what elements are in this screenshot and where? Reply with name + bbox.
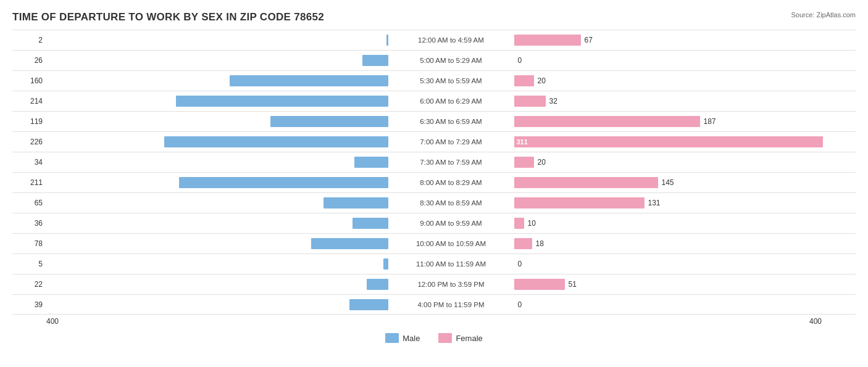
- time-label: 5:30 AM to 5:59 AM: [390, 77, 513, 85]
- bar-male: [311, 238, 388, 249]
- female-value: 187: [700, 117, 734, 126]
- bars-wrapper: 6:30 AM to 6:59 AM 187: [46, 116, 856, 127]
- male-value: 160: [12, 76, 46, 85]
- bar-left-wrap: [46, 96, 390, 107]
- bar-female: [514, 75, 534, 86]
- bar-male: [164, 136, 388, 147]
- bar-male: [230, 75, 388, 86]
- bar-female: [514, 35, 581, 46]
- table-row: 119 6:30 AM to 6:59 AM 187: [12, 111, 856, 131]
- bar-right-wrap: 20: [513, 75, 856, 86]
- table-row: 39 4:00 PM to 11:59 PM 0: [12, 294, 856, 315]
- bar-male: [323, 197, 388, 208]
- male-value: 2: [12, 36, 46, 44]
- bar-female: [514, 157, 534, 168]
- bar-right-wrap: 0: [513, 299, 856, 310]
- legend-female-label: Female: [456, 334, 482, 343]
- bars-wrapper: 12:00 AM to 4:59 AM 67: [46, 35, 856, 46]
- bars-wrapper: 5:00 AM to 5:29 AM 0: [46, 55, 856, 66]
- bar-right-wrap: 20: [513, 157, 856, 168]
- bar-male: [386, 35, 388, 46]
- female-value: 67: [581, 36, 615, 44]
- chart-title: TIME OF DEPARTURE TO WORK BY SEX IN ZIP …: [12, 11, 856, 23]
- bar-female: [514, 177, 658, 188]
- bar-right-wrap: 67: [513, 35, 856, 46]
- bar-left-wrap: [46, 177, 390, 188]
- legend-male-box: [385, 333, 399, 343]
- table-row: 211 8:00 AM to 8:29 AM 145: [12, 172, 856, 192]
- bar-right-wrap: 187: [513, 116, 856, 127]
- time-label: 7:00 AM to 7:29 AM: [390, 138, 513, 146]
- bar-female: [514, 279, 565, 290]
- female-value: 0: [514, 260, 548, 268]
- time-label: 5:00 AM to 5:29 AM: [390, 57, 513, 64]
- male-value: 36: [12, 219, 46, 228]
- time-label: 11:00 AM to 11:59 AM: [390, 260, 513, 268]
- female-value: 20: [534, 158, 568, 167]
- female-value: 10: [524, 219, 558, 228]
- bar-male: [349, 299, 388, 310]
- female-value: 20: [534, 76, 568, 85]
- bars-wrapper: 10:00 AM to 10:59 AM 18: [46, 238, 856, 249]
- bar-left-wrap: [46, 197, 390, 208]
- bar-left-wrap: [46, 218, 390, 229]
- bar-right-wrap: 145: [513, 177, 856, 188]
- bar-left-wrap: [46, 116, 390, 127]
- bar-left-wrap: [46, 258, 390, 270]
- male-value: 214: [12, 97, 46, 105]
- bar-male: [179, 177, 388, 188]
- bar-male: [383, 258, 388, 270]
- bar-male: [362, 55, 388, 66]
- bar-left-wrap: [46, 299, 390, 310]
- bar-left-wrap: [46, 136, 390, 147]
- female-value: 18: [532, 239, 566, 248]
- male-value: 119: [12, 117, 46, 126]
- bars-wrapper: 9:00 AM to 9:59 AM 10: [46, 218, 856, 229]
- bar-right-wrap: 10: [513, 218, 856, 229]
- bar-female: [514, 238, 532, 249]
- bar-right-wrap: 0: [513, 258, 856, 270]
- male-value: 34: [12, 158, 46, 167]
- bars-wrapper: 6:00 AM to 6:29 AM 32: [46, 96, 856, 107]
- bar-right-wrap: 0: [513, 55, 856, 66]
- time-label: 6:30 AM to 6:59 AM: [390, 118, 513, 125]
- bars-wrapper: 12:00 PM to 3:59 PM 51: [46, 279, 856, 290]
- male-value: 22: [12, 280, 46, 289]
- time-label: 8:00 AM to 8:29 AM: [390, 179, 513, 186]
- bars-wrapper: 7:30 AM to 7:59 AM 20: [46, 157, 856, 168]
- bar-left-wrap: [46, 75, 390, 86]
- time-label: 10:00 AM to 10:59 AM: [390, 240, 513, 247]
- bar-left-wrap: [46, 35, 390, 46]
- chart-container: TIME OF DEPARTURE TO WORK BY SEX IN ZIP …: [0, 0, 868, 367]
- legend: Male Female: [12, 333, 856, 343]
- bar-right-wrap: 32: [513, 96, 856, 107]
- table-row: 160 5:30 AM to 5:59 AM 20: [12, 70, 856, 91]
- bar-male: [353, 218, 388, 229]
- time-label: 12:00 AM to 4:59 AM: [390, 36, 513, 44]
- time-label: 6:00 AM to 6:29 AM: [390, 97, 513, 105]
- table-row: 34 7:30 AM to 7:59 AM 20: [12, 152, 856, 172]
- bar-female: [514, 96, 546, 107]
- table-row: 2 12:00 AM to 4:59 AM 67: [12, 30, 856, 50]
- male-value: 226: [12, 138, 46, 146]
- bars-wrapper: 5:30 AM to 5:59 AM 20: [46, 75, 856, 86]
- time-label: 7:30 AM to 7:59 AM: [390, 159, 513, 166]
- bar-female: [514, 116, 700, 127]
- bars-wrapper: 11:00 AM to 11:59 AM 0: [46, 258, 856, 270]
- bar-female: [514, 218, 524, 229]
- bar-female: [514, 197, 645, 208]
- time-label: 8:30 AM to 8:59 AM: [390, 199, 513, 207]
- female-value: 0: [514, 56, 548, 65]
- legend-female-box: [438, 333, 452, 343]
- legend-female: Female: [438, 333, 482, 343]
- table-row: 5 11:00 AM to 11:59 AM 0: [12, 254, 856, 274]
- bar-right-wrap: 131: [513, 197, 856, 208]
- time-label: 12:00 PM to 3:59 PM: [390, 281, 513, 288]
- time-label: 4:00 PM to 11:59 PM: [390, 301, 513, 308]
- legend-male: Male: [385, 333, 420, 343]
- female-value: 0: [514, 300, 548, 309]
- female-value: 145: [658, 178, 692, 187]
- female-value: 32: [546, 97, 580, 105]
- bar-left-wrap: [46, 55, 390, 66]
- time-label: 9:00 AM to 9:59 AM: [390, 220, 513, 227]
